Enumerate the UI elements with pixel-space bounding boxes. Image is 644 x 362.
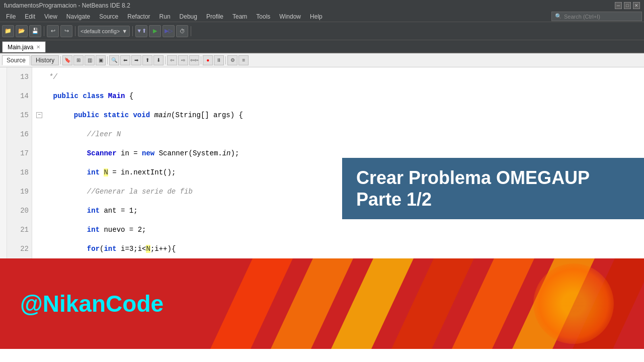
code-text-14: public class Main {	[36, 86, 133, 106]
maximize-button[interactable]: □	[624, 2, 631, 9]
menu-tools[interactable]: Tools	[252, 12, 274, 21]
code-comment-13: */	[36, 67, 57, 86]
overlay-line2: Parte 1/2	[356, 189, 630, 210]
next-occurrence-button[interactable]: ➡	[131, 55, 141, 65]
code-line-13: */	[36, 67, 640, 86]
gutter-16	[0, 125, 7, 144]
gutter-13	[0, 67, 7, 86]
code-comment-16: //leer N	[36, 125, 121, 144]
sep6	[107, 56, 108, 64]
find-usages-button[interactable]: ⬆	[142, 55, 152, 65]
tab-close-icon[interactable]: ✕	[36, 44, 40, 50]
source-toolbar: Source History 🔖 ⊞ ▥ ▣ 🔍 ⬅ ➡ ⬆ ⬇ ⇦ ⇨ ⇦⇦ …	[0, 53, 644, 67]
window-controls[interactable]: ─ □ ✕	[615, 2, 640, 9]
close-button[interactable]: ✕	[633, 2, 640, 9]
stop-button[interactable]: ●	[203, 55, 213, 65]
code-text-20: int ant = 1;	[36, 201, 138, 220]
magnify-button[interactable]: 🔍	[109, 55, 119, 65]
sep1	[44, 26, 44, 36]
run-project-button[interactable]: ▶	[149, 25, 161, 37]
code-line-14: public class Main {	[36, 86, 640, 106]
source-tab-source[interactable]: Source	[2, 55, 30, 65]
menu-source[interactable]: Source	[95, 12, 122, 21]
menu-file[interactable]: File	[2, 12, 20, 21]
sep5	[60, 56, 61, 64]
menu-profile[interactable]: Profile	[202, 12, 227, 21]
open-button[interactable]: 📂	[16, 25, 28, 37]
toggle-comment-button[interactable]: ⇨	[178, 55, 188, 65]
minimize-button[interactable]: ─	[615, 2, 622, 9]
search-bar[interactable]: 🔍 Search (Ctrl+I)	[551, 12, 642, 21]
overlay-line1: Crear Problema OMEGAUP	[356, 167, 630, 189]
sep8	[201, 56, 201, 64]
menu-view[interactable]: View	[40, 12, 61, 21]
menu-navigate[interactable]: Navigate	[62, 12, 94, 21]
gutter-14	[0, 86, 7, 106]
code-line-15: − public static void main(String[] args)…	[36, 106, 640, 125]
tab-main-java[interactable]: Main.java ✕	[2, 41, 46, 52]
code-comment-19: //Generar la serie de fib	[36, 182, 193, 201]
code-text-21: int nuevo = 2;	[36, 220, 146, 239]
tools-btn[interactable]: ≡	[238, 55, 249, 65]
dropdown-arrow-icon: ▼	[122, 28, 127, 34]
decorative-circle	[533, 263, 614, 344]
menu-run[interactable]: Run	[155, 12, 175, 21]
gutter-21	[0, 220, 7, 239]
line-numbers: 13 14 15 16 17 18 19 20 21 22	[7, 67, 32, 258]
title-bar: fundamentosProgramacion - NetBeans IDE 8…	[0, 0, 644, 11]
menu-edit[interactable]: Edit	[21, 12, 39, 21]
new-project-button[interactable]: 📁	[2, 25, 14, 37]
bottom-banner: @NikanCode	[0, 258, 644, 349]
deploy-button[interactable]: ⚙	[227, 55, 237, 65]
profile-project-button[interactable]: ⏱	[176, 25, 188, 37]
app-title: fundamentosProgramacion - NetBeans IDE 8…	[4, 2, 130, 9]
code-text-18: int N = in.nextInt();	[36, 163, 176, 182]
tab-label: Main.java	[8, 44, 33, 51]
run-build-button[interactable]: ▼⬆	[135, 25, 147, 37]
search-placeholder: Search (Ctrl+I)	[564, 14, 600, 20]
editor-area: 13 14 15 16 17 18 19 20 21 22 */ public …	[0, 67, 644, 258]
menu-help[interactable]: Help	[306, 12, 327, 21]
menu-bar: File Edit View Navigate Source Refactor …	[0, 11, 644, 22]
toolbar: 📁 📂 💾 ↩ ↪ <default config> ▼ ▼⬆ ▶ ▶▷ ⏱	[0, 22, 644, 40]
code-line-16: //leer N	[36, 125, 640, 144]
toggle-button[interactable]: ⬇	[153, 55, 164, 65]
gutter-17	[0, 144, 7, 163]
menu-refactor[interactable]: Refactor	[123, 12, 154, 21]
channel-handle: @NikanCode	[0, 290, 164, 317]
gutter-18	[0, 163, 7, 182]
search-icon: 🔍	[555, 13, 562, 20]
undo-button[interactable]: ↩	[47, 25, 59, 37]
gutter-15	[0, 106, 7, 125]
sep3	[132, 26, 133, 36]
redo-button[interactable]: ↪	[60, 25, 72, 37]
source-tab-history[interactable]: History	[31, 55, 59, 65]
pause-button[interactable]: ⏸	[214, 55, 224, 65]
menu-debug[interactable]: Debug	[176, 12, 201, 21]
decorative-stripes	[191, 258, 644, 349]
menu-team[interactable]: Team	[228, 12, 251, 21]
save-button[interactable]: 💾	[29, 25, 41, 37]
toolbar-btn-3[interactable]: ▣	[96, 55, 106, 65]
fix-imports-button[interactable]: ⇦	[167, 55, 177, 65]
prev-occurrence-button[interactable]: ⬅	[120, 55, 130, 65]
shift-left-button[interactable]: ⇦⇦	[189, 55, 199, 65]
sep2	[75, 26, 75, 36]
sep4	[191, 26, 191, 36]
sep9	[225, 56, 226, 64]
gutter-19	[0, 182, 7, 201]
tab-bar: Main.java ✕	[0, 40, 644, 53]
gutter-22	[0, 239, 7, 258]
config-dropdown[interactable]: <default config> ▼	[78, 26, 130, 37]
code-text-15: public static void main(String[] args) {	[44, 106, 243, 125]
fold-icon-15[interactable]: −	[36, 112, 42, 118]
gutter	[0, 67, 7, 258]
debug-project-button[interactable]: ▶▷	[163, 25, 175, 37]
sep7	[165, 56, 166, 64]
code-line-21: int nuevo = 2;	[36, 220, 640, 239]
menu-window[interactable]: Window	[275, 12, 305, 21]
toolbar-btn-2[interactable]: ▥	[85, 55, 95, 65]
toggle-bookmarks-button[interactable]: 🔖	[62, 55, 72, 65]
code-text-17: Scanner in = new Scanner(System.in);	[36, 144, 239, 163]
toolbar-btn-1[interactable]: ⊞	[73, 55, 84, 65]
